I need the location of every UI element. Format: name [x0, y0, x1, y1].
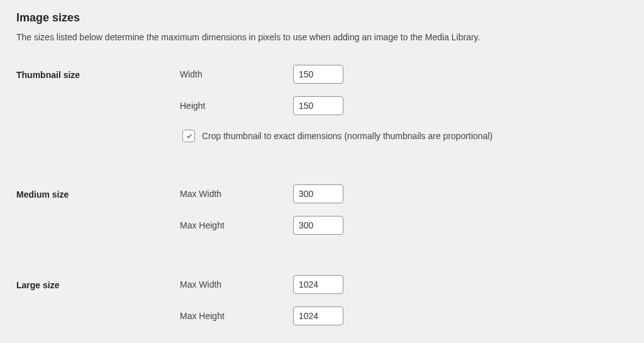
thumbnail-size-heading: Thumbnail size [16, 57, 180, 152]
thumbnail-crop-label: Crop thumbnail to exact dimensions (norm… [202, 131, 492, 141]
large-max-width-label: Max Width [180, 279, 293, 290]
large-max-height-label: Max Height [180, 311, 293, 321]
thumbnail-height-label: Height [180, 101, 293, 111]
thumbnail-height-input[interactable] [293, 96, 343, 115]
section-heading-image-sizes: Image sizes [16, 6, 628, 30]
thumbnail-crop-checkbox[interactable] [182, 130, 195, 142]
large-max-width-input[interactable] [293, 275, 343, 294]
medium-max-width-label: Max Width [180, 189, 293, 199]
thumbnail-width-input[interactable] [293, 65, 343, 84]
section-description: The sizes listed below determine the max… [16, 32, 628, 42]
medium-max-height-input[interactable] [293, 216, 343, 235]
image-sizes-table: Thumbnail size Width Height Crop thumbna… [16, 57, 628, 333]
large-size-heading: Large size [16, 267, 180, 333]
medium-max-height-label: Max Height [180, 220, 293, 230]
large-max-height-input[interactable] [293, 306, 343, 325]
medium-size-heading: Medium size [16, 177, 180, 242]
thumbnail-width-label: Width [180, 69, 293, 79]
medium-max-width-input[interactable] [293, 184, 343, 203]
